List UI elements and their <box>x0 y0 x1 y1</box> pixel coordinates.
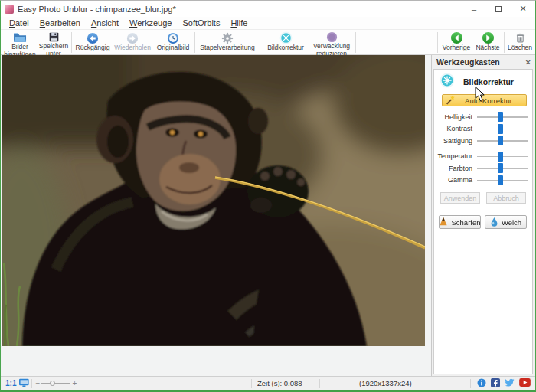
image-correction-snowflake-icon <box>279 31 293 44</box>
reduce-shake-button[interactable]: Verwacklung reduzieren <box>309 31 354 54</box>
soft-label: Weich <box>502 218 521 227</box>
contrast-slider[interactable] <box>477 124 528 134</box>
original-image-button[interactable]: Originalbild <box>153 31 193 54</box>
previous-button[interactable]: Vorherige <box>440 31 473 54</box>
saturation-slider-handle[interactable] <box>498 136 503 145</box>
close-button[interactable]: ✕ <box>511 1 535 17</box>
zoom-in-button[interactable]: + <box>73 379 77 387</box>
app-window: Easy Photo Unblur - chimpanzee_blur.jpg*… <box>0 0 536 392</box>
reduce-shake-icon <box>326 31 338 43</box>
image-correction-button[interactable]: Bildkorrektur <box>262 31 309 54</box>
brightness-slider-handle[interactable] <box>498 112 503 122</box>
toolbox-header: Werkzeugkasten ✕ <box>432 55 535 67</box>
sharpen-button[interactable]: Schärfen <box>439 215 481 229</box>
batch-processing-button[interactable]: Stapelverarbeitung <box>197 31 258 54</box>
zoom-out-button[interactable]: − <box>35 379 40 387</box>
water-drop-icon <box>490 217 498 228</box>
gamma-label: Gamma <box>434 176 477 184</box>
facebook-icon[interactable] <box>491 378 500 389</box>
saturation-label: Sättigung <box>434 137 477 145</box>
auto-correct-label: Auto-Korrektur <box>459 96 526 105</box>
main-area: Werkzeugkasten ✕ Bi <box>1 55 535 376</box>
status-bar: 1:1 − + Zeit (s): 0.088 (1920x1337x24) <box>1 376 535 390</box>
correction-snowflake-icon <box>440 73 455 91</box>
previous-label: Vorherige <box>443 44 470 52</box>
minimize-button[interactable]: – <box>462 1 486 17</box>
toolbar-separator <box>355 32 356 53</box>
add-images-button[interactable]: Bilder hinzufügen <box>2 31 38 54</box>
toolbar-separator <box>71 32 72 53</box>
menu-bearbeiten[interactable]: Bearbeiten <box>34 18 86 28</box>
brightness-label: Helligkeit <box>434 113 477 121</box>
menu-hilfe[interactable]: Hilfe <box>225 18 253 28</box>
section-title: Bildkorrektur <box>463 77 514 87</box>
batch-processing-label: Stapelverarbeitung <box>200 44 254 52</box>
undo-label: Rückgängig <box>76 44 110 52</box>
gamma-slider-handle[interactable] <box>498 175 503 185</box>
twitter-icon[interactable] <box>505 378 515 388</box>
maximize-button[interactable] <box>486 1 511 17</box>
zoom-slider-handle[interactable] <box>50 381 55 386</box>
title-bar: Easy Photo Unblur - chimpanzee_blur.jpg*… <box>1 1 535 17</box>
hue-slider-row: Farbton <box>434 162 532 175</box>
toolbar-separator <box>260 32 260 53</box>
window-title: Easy Photo Unblur - chimpanzee_blur.jpg* <box>18 5 462 14</box>
menu-ansicht[interactable]: Ansicht <box>86 18 124 28</box>
delete-button[interactable]: Löschen <box>506 31 534 54</box>
toolbox-title: Werkzeugkasten <box>436 57 525 67</box>
soft-button[interactable]: Weich <box>485 215 527 229</box>
processing-time: Zeit (s): 0.088 <box>252 377 319 390</box>
gamma-slider[interactable] <box>477 175 528 185</box>
image-correction-label: Bildkorrektur <box>267 44 304 52</box>
temperature-label: Temperatur <box>434 152 477 160</box>
previous-icon <box>450 31 463 44</box>
hue-slider-handle[interactable] <box>498 163 503 173</box>
toolbox-close-icon[interactable]: ✕ <box>525 58 531 67</box>
image-dimensions: (1920x1337x24) <box>355 377 470 390</box>
saturation-slider[interactable] <box>477 136 528 145</box>
undo-button[interactable]: Rückgängig <box>74 31 112 54</box>
zoom-slider-track[interactable] <box>41 380 70 387</box>
actual-size-button[interactable]: 1:1 <box>5 379 16 387</box>
menu-softorbits[interactable]: SoftOrbits <box>177 18 225 28</box>
toolbar-separator <box>194 32 195 53</box>
menu-bar: Datei Bearbeiten Ansicht Werkzeuge SoftO… <box>1 17 535 30</box>
original-image-label: Originalbild <box>157 44 190 52</box>
cancel-button[interactable]: Abbruch <box>486 192 526 204</box>
save-as-button[interactable]: Speichern unter <box>38 31 70 54</box>
brightness-slider[interactable] <box>477 112 528 122</box>
maximize-icon <box>495 6 502 12</box>
saturation-slider-row: Sättigung <box>434 135 532 147</box>
toolbar: Bilder hinzufügen Speichern unter <box>1 30 535 55</box>
fit-screen-icon[interactable] <box>18 378 30 389</box>
image-correction-box: Bildkorrektur Auto-Korrektur Helligkeit <box>433 69 533 374</box>
contrast-slider-handle[interactable] <box>498 124 503 134</box>
temperature-slider[interactable] <box>477 152 528 162</box>
redo-button[interactable]: Wiederholen <box>112 31 153 54</box>
toolbox-panel: Werkzeugkasten ✕ Bi <box>431 55 535 376</box>
apply-button[interactable]: Anwenden <box>440 192 480 204</box>
sharpen-pencil-icon <box>439 217 448 227</box>
next-label: Nächste <box>476 44 499 52</box>
info-icon[interactable] <box>477 378 486 389</box>
zoom-slider: − + <box>32 377 80 390</box>
temperature-slider-handle[interactable] <box>498 152 503 162</box>
next-button[interactable]: Nächste <box>473 31 502 54</box>
contrast-label: Kontrast <box>434 125 477 132</box>
gamma-slider-row: Gamma <box>434 175 532 187</box>
save-as-floppy-icon <box>48 31 60 43</box>
delete-label: Löschen <box>508 44 532 52</box>
redo-label: Wiederholen <box>114 44 151 52</box>
temperature-slider-row: Temperatur <box>434 151 532 163</box>
toolbar-separator <box>437 32 438 53</box>
contrast-slider-row: Kontrast <box>434 123 532 136</box>
auto-correct-button[interactable]: Auto-Korrektur <box>442 94 527 106</box>
hue-slider[interactable] <box>477 163 528 173</box>
menu-werkzeuge[interactable]: Werkzeuge <box>124 18 177 28</box>
magic-wand-icon <box>446 95 456 106</box>
original-image-history-icon <box>167 31 179 44</box>
menu-datei[interactable]: Datei <box>4 18 34 28</box>
youtube-icon[interactable] <box>519 378 531 388</box>
chimpanzee-photo <box>2 55 425 346</box>
toolbar-separator <box>504 32 505 53</box>
